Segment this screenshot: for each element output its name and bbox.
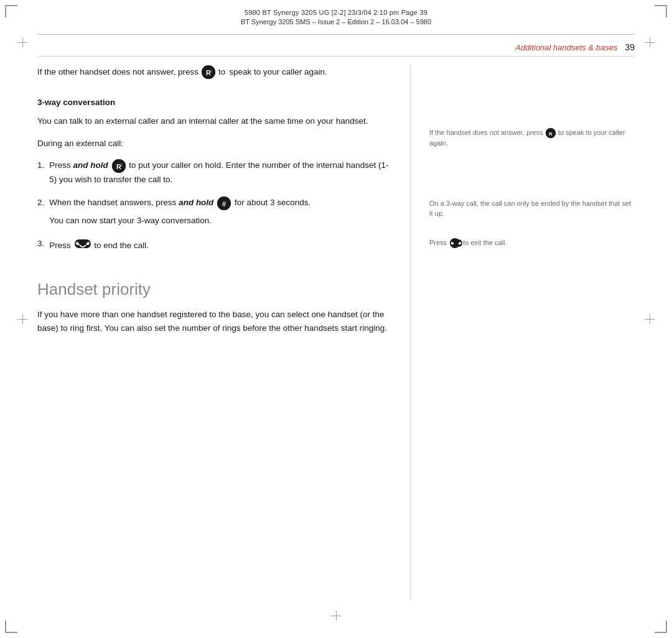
section-rule	[37, 56, 635, 57]
list-item-2: 2. When the handset answers, press and h…	[37, 196, 391, 227]
header-rule	[37, 34, 635, 35]
crosshair-top-right	[645, 37, 655, 47]
svg-text:R: R	[549, 131, 553, 137]
and-hold-text-1: and hold	[73, 160, 108, 170]
three-way-subsection: 3-way conversation You can talk to an ex…	[37, 98, 391, 255]
r-button-icon: R	[202, 65, 215, 79]
svg-text:#: #	[222, 200, 226, 207]
right-note-2-text: On a 3-way call, the call can only be en…	[429, 198, 635, 219]
sub-note-2: You can now start your 3-way conversatio…	[49, 214, 391, 228]
crosshair-right-mid	[645, 314, 655, 324]
right-note-3: Press to exit the call.	[429, 238, 635, 248]
page-header: 5980 BT Synergy 3205 UG [2-2] 23/3/04 2:…	[0, 0, 672, 34]
intro-text-after: speak to your caller again.	[229, 65, 327, 79]
list-number-3: 3.	[37, 237, 44, 255]
crosshair-top-left	[17, 37, 27, 47]
right-note-3-text: Press to exit the call.	[429, 238, 635, 248]
main-content: If the other handset does not answer, pr…	[37, 65, 635, 601]
and-hold-text-2: and hold	[179, 198, 213, 207]
handset-priority-body: If you have more than one handset regist…	[37, 308, 391, 335]
section-title: Additional handsets & bases	[515, 43, 617, 52]
right-column: If the handset does not answer, press R …	[411, 65, 635, 601]
crosshair-bottom-center	[331, 611, 341, 621]
corner-mark-bottom-right	[655, 621, 667, 633]
list-content-3: Press to end the call.	[49, 237, 391, 255]
list-number-1: 1.	[37, 159, 44, 186]
during-call-text: During an external call:	[37, 137, 391, 150]
header-sub-line: BT Synergy 3205 SMS – Issue 2 – Edition …	[241, 18, 431, 25]
small-phone-icon	[450, 238, 460, 248]
body-text-1: You can talk to an external caller and a…	[37, 114, 391, 128]
list-number-2: 2.	[37, 196, 44, 227]
crosshair-left-mid	[17, 314, 27, 324]
header-top-line: 5980 BT Synergy 3205 UG [2-2] 23/3/04 2:…	[245, 9, 427, 16]
left-column: If the other handset does not answer, pr…	[37, 65, 411, 601]
hash-button-icon: #	[217, 196, 231, 210]
instruction-list: 1. Press and hold R to put your caller o…	[37, 159, 391, 255]
subsection-title: 3-way conversation	[37, 98, 391, 107]
small-r-icon: R	[546, 128, 556, 138]
section-title-bar: Additional handsets & bases 39	[515, 42, 635, 52]
intro-text-before: If the other handset does not answer, pr…	[37, 65, 198, 79]
list-item-1: 1. Press and hold R to put your caller o…	[37, 159, 391, 186]
right-note-1-text: If the handset does not answer, press R …	[429, 127, 635, 149]
r-button-icon-2: R	[112, 159, 126, 173]
handset-priority-section: Handset priority If you have more than o…	[37, 280, 391, 335]
intro-text-to: to	[218, 65, 225, 79]
list-content-1: Press and hold R to put your caller on h…	[49, 159, 391, 186]
intro-paragraph: If the other handset does not answer, pr…	[37, 65, 391, 79]
list-item-3: 3. Press to end the call.	[37, 237, 391, 255]
svg-text:R: R	[206, 69, 211, 76]
svg-text:R: R	[116, 162, 121, 170]
page-number: 39	[625, 42, 635, 52]
right-note-2: On a 3-way call, the call can only be en…	[429, 198, 635, 219]
corner-mark-bottom-left	[5, 621, 17, 633]
phone-end-icon	[75, 237, 91, 255]
list-content-2: When the handset answers, press and hold…	[49, 196, 391, 227]
handset-priority-heading: Handset priority	[37, 280, 391, 299]
right-note-1: If the handset does not answer, press R …	[429, 127, 635, 149]
